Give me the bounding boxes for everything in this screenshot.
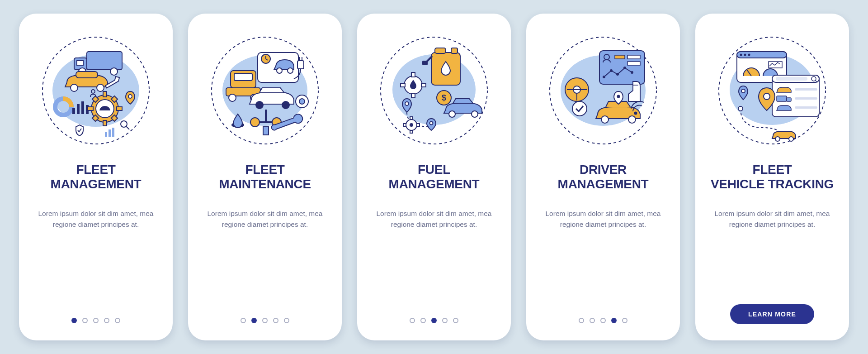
svg-rect-16 bbox=[103, 91, 107, 97]
svg-rect-112 bbox=[776, 77, 807, 81]
driver-management-icon bbox=[544, 32, 662, 149]
card-title: FLEET VEHICLE TRACKING bbox=[711, 162, 834, 192]
pager-dot[interactable] bbox=[273, 318, 278, 323]
svg-text:$: $ bbox=[442, 93, 446, 102]
svg-rect-63 bbox=[411, 72, 415, 77]
svg-rect-19 bbox=[117, 107, 122, 110]
svg-point-122 bbox=[764, 93, 770, 100]
svg-rect-52 bbox=[263, 127, 269, 135]
pager-dot[interactable] bbox=[82, 318, 88, 323]
svg-point-6 bbox=[110, 68, 118, 75]
svg-point-89 bbox=[623, 67, 626, 69]
svg-point-100 bbox=[635, 112, 637, 115]
svg-line-28 bbox=[126, 126, 129, 129]
svg-point-120 bbox=[738, 106, 743, 111]
pager-dot[interactable] bbox=[71, 318, 77, 323]
pager-dot[interactable] bbox=[115, 318, 120, 323]
fleet-maintenance-icon bbox=[206, 32, 324, 149]
pager-dot[interactable] bbox=[442, 318, 448, 323]
svg-rect-31 bbox=[112, 128, 114, 137]
svg-rect-83 bbox=[615, 55, 625, 59]
pager-dot[interactable] bbox=[262, 318, 268, 323]
svg-point-121 bbox=[741, 89, 745, 93]
svg-rect-59 bbox=[451, 48, 458, 53]
svg-rect-60 bbox=[435, 48, 446, 53]
svg-point-9 bbox=[97, 84, 104, 91]
svg-point-47 bbox=[282, 101, 289, 109]
svg-rect-84 bbox=[627, 55, 640, 59]
pager-dot[interactable] bbox=[453, 318, 458, 323]
svg-point-44 bbox=[229, 94, 236, 101]
svg-point-8 bbox=[71, 84, 78, 91]
pager-dot[interactable] bbox=[600, 318, 606, 323]
svg-rect-78 bbox=[417, 124, 420, 126]
svg-rect-11 bbox=[72, 108, 75, 114]
svg-point-46 bbox=[256, 101, 263, 109]
card-description: Lorem ipsum dolor sit dim amet, mea regi… bbox=[708, 208, 836, 304]
pager-dot[interactable] bbox=[104, 318, 109, 323]
svg-point-107 bbox=[748, 54, 750, 56]
svg-rect-66 bbox=[421, 83, 426, 87]
svg-point-87 bbox=[610, 69, 613, 72]
svg-point-71 bbox=[405, 102, 409, 105]
pager-dot[interactable] bbox=[431, 318, 437, 323]
svg-rect-64 bbox=[411, 93, 415, 98]
pager-dot[interactable] bbox=[622, 318, 627, 323]
svg-point-69 bbox=[449, 111, 455, 117]
pager-dot[interactable] bbox=[410, 318, 415, 323]
pager-dot[interactable] bbox=[284, 318, 289, 323]
fleet-tracking-icon bbox=[713, 32, 831, 149]
pager-dot[interactable] bbox=[611, 318, 617, 323]
svg-point-70 bbox=[472, 111, 478, 117]
svg-point-90 bbox=[631, 71, 633, 74]
svg-point-74 bbox=[410, 123, 413, 127]
svg-point-124 bbox=[789, 137, 793, 141]
svg-point-36 bbox=[288, 68, 293, 73]
pager-dots bbox=[579, 318, 627, 323]
svg-point-123 bbox=[775, 137, 780, 141]
onboarding-card-fuel-management: $ bbox=[357, 14, 511, 340]
card-description: Lorem ipsum dolor sit dim amet, mea regi… bbox=[201, 208, 329, 318]
card-title: DRIVER MANAGEMENT bbox=[558, 162, 649, 192]
svg-point-27 bbox=[121, 121, 127, 127]
svg-rect-38 bbox=[297, 61, 304, 69]
onboarding-card-fleet-tracking: FLEET VEHICLE TRACKING Lorem ipsum dolor… bbox=[695, 14, 849, 340]
svg-rect-115 bbox=[795, 88, 817, 91]
pager-dot[interactable] bbox=[241, 318, 246, 323]
svg-point-86 bbox=[603, 76, 605, 78]
svg-rect-12 bbox=[77, 104, 80, 114]
svg-rect-17 bbox=[103, 120, 107, 126]
svg-rect-75 bbox=[410, 117, 413, 120]
card-title: FLEET MANAGEMENT bbox=[51, 162, 142, 192]
fleet-management-icon bbox=[37, 32, 155, 149]
pager-dot[interactable] bbox=[590, 318, 595, 323]
svg-rect-13 bbox=[81, 101, 84, 114]
pager-dot[interactable] bbox=[579, 318, 584, 323]
svg-point-99 bbox=[617, 95, 620, 98]
pager-dot[interactable] bbox=[93, 318, 99, 323]
svg-point-97 bbox=[601, 116, 609, 123]
svg-rect-77 bbox=[403, 124, 406, 126]
svg-rect-117 bbox=[787, 98, 791, 101]
svg-point-72 bbox=[430, 122, 433, 125]
svg-point-96 bbox=[572, 101, 587, 116]
svg-rect-116 bbox=[777, 96, 787, 101]
svg-rect-4 bbox=[77, 61, 83, 65]
svg-rect-30 bbox=[108, 129, 111, 137]
svg-point-25 bbox=[128, 95, 132, 98]
pager-dots bbox=[410, 318, 458, 323]
svg-point-105 bbox=[740, 54, 742, 56]
svg-rect-65 bbox=[401, 83, 405, 87]
svg-rect-118 bbox=[795, 97, 817, 100]
learn-more-button[interactable]: LEARN MORE bbox=[730, 304, 814, 324]
svg-rect-76 bbox=[410, 130, 413, 133]
svg-point-98 bbox=[628, 116, 636, 123]
pager-dot[interactable] bbox=[251, 318, 257, 323]
onboarding-card-driver-management: DRIVER MANAGEMENT Lorem ipsum dolor sit … bbox=[526, 14, 680, 340]
svg-rect-61 bbox=[422, 61, 428, 65]
svg-rect-42 bbox=[234, 73, 252, 81]
fuel-management-icon: $ bbox=[375, 32, 493, 149]
pager-dot[interactable] bbox=[420, 318, 426, 323]
svg-rect-119 bbox=[795, 106, 817, 109]
svg-point-106 bbox=[744, 54, 746, 56]
